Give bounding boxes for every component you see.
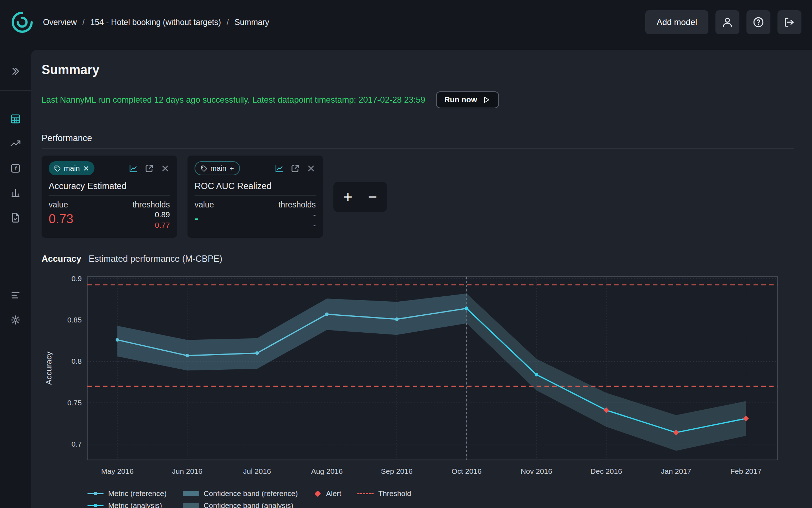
metric-card-body: value - thresholds - - (195, 200, 316, 231)
svg-text:Aug 2016: Aug 2016 (311, 467, 343, 475)
metric-card-body: value 0.73 thresholds 0.89 0.77 (49, 200, 170, 231)
lower-threshold: 0.77 (133, 220, 170, 231)
band-reference-swatch (183, 491, 199, 496)
logout-icon (783, 16, 795, 28)
svg-text:0.9: 0.9 (72, 274, 82, 283)
sidebar-expand-button[interactable] (6, 61, 25, 81)
add-model-button[interactable]: Add model (645, 10, 708, 34)
metric-card-roc-auc: main + ROC AUC (187, 156, 323, 238)
upper-threshold: 0.89 (133, 210, 170, 220)
list-icon (10, 290, 21, 301)
tag-chip-main[interactable]: main ✕ (49, 161, 94, 175)
svg-text:Jul 2016: Jul 2016 (243, 467, 271, 475)
thresholds-column: thresholds - - (278, 200, 316, 231)
svg-text:Oct 2016: Oct 2016 (451, 467, 481, 475)
logout-button[interactable] (777, 10, 801, 34)
sidebar-nav: f (6, 109, 25, 232)
svg-text:Feb 2017: Feb 2017 (730, 467, 762, 475)
remove-metric-button[interactable]: − (363, 185, 382, 209)
add-tag-icon[interactable]: + (230, 165, 234, 172)
card-header: main + (195, 161, 316, 175)
page-title: Summary (42, 62, 794, 77)
open-external-icon[interactable] (144, 164, 154, 173)
chart-preview-icon[interactable] (129, 164, 138, 173)
breadcrumb-model[interactable]: 154 - Hotel booking (without targets) (90, 18, 221, 27)
legend-label: Confidence band (reference) (204, 489, 298, 498)
file-check-icon (10, 212, 21, 223)
value-column: value - (195, 200, 214, 231)
metric-value: - (195, 212, 214, 225)
chart-legend: Metric (reference) Confidence band (refe… (87, 489, 794, 508)
run-now-button[interactable]: Run now (436, 91, 499, 108)
tag-chip-main[interactable]: main + (195, 161, 240, 175)
user-button[interactable] (715, 10, 739, 34)
metric-analysis-swatch (87, 505, 104, 506)
trending-up-icon (10, 138, 21, 149)
tag-icon (54, 165, 61, 172)
band-analysis-swatch (183, 503, 199, 508)
legend-item-alert[interactable]: Alert (314, 489, 341, 498)
sidebar-nav-lower (6, 285, 25, 335)
svg-text:Dec 2016: Dec 2016 (590, 467, 622, 475)
remove-tag-icon[interactable]: ✕ (83, 165, 90, 172)
svg-text:Accuracy: Accuracy (44, 351, 53, 385)
value-column: value 0.73 (49, 200, 73, 231)
chart-title: Accuracy Estimated performance (M-CBPE) (42, 254, 794, 264)
thresholds-column: thresholds 0.89 0.77 (133, 200, 170, 231)
help-button[interactable] (746, 10, 770, 34)
function-icon: f (10, 163, 21, 174)
top-bar: Overview / 154 - Hotel booking (without … (0, 0, 812, 44)
svg-text:0.7: 0.7 (72, 440, 82, 448)
sidebar-item-settings[interactable] (6, 310, 25, 330)
sidebar-item-summary[interactable] (6, 109, 25, 129)
legend-item-band-analysis[interactable]: Confidence band (analysis) (183, 501, 298, 508)
legend-item-metric-reference[interactable]: Metric (reference) (87, 489, 167, 498)
sidebar-item-model-list[interactable] (6, 285, 25, 305)
legend-label: Alert (326, 489, 341, 498)
tag-icon (201, 165, 207, 172)
sidebar-item-distribution[interactable] (6, 183, 25, 203)
svg-text:0.85: 0.85 (67, 316, 82, 324)
legend-label: Threshold (378, 489, 411, 498)
status-row: Last NannyML run completed 12 days ago s… (42, 91, 794, 108)
tag-label: main (210, 164, 227, 173)
main-panel: Summary Last NannyML run completed 12 da… (31, 50, 812, 508)
legend-item-band-reference[interactable]: Confidence band (reference) (183, 489, 298, 498)
thresholds-label: thresholds (278, 200, 316, 210)
header-actions: Add model (645, 10, 801, 34)
tag-label: main (64, 164, 80, 173)
metric-cards-row: main ✕ Accuracy (42, 156, 794, 238)
sidebar-item-data-quality[interactable] (6, 208, 25, 228)
legend-item-metric-analysis[interactable]: Metric (analysis) (87, 501, 167, 508)
nannyml-logo[interactable] (11, 11, 34, 34)
metric-card-title: Accuracy Estimated (49, 181, 170, 196)
value-label: value (195, 200, 214, 210)
run-now-label: Run now (444, 95, 477, 104)
svg-text:Jan 2017: Jan 2017 (661, 467, 691, 475)
performance-chart[interactable]: 0.70.750.80.850.9May 2016Jun 2016Jul 201… (42, 272, 794, 484)
chart-metric-description: Estimated performance (M-CBPE) (89, 254, 222, 264)
help-icon (752, 16, 764, 28)
metric-value: 0.73 (49, 212, 73, 226)
alert-diamond-icon (314, 490, 321, 497)
breadcrumb-separator: / (227, 18, 229, 27)
bar-chart-icon (10, 188, 21, 198)
sidebar-item-performance[interactable] (6, 134, 25, 153)
status-message: Last NannyML run completed 12 days ago s… (42, 95, 425, 105)
performance-section-title: Performance (42, 133, 794, 149)
sidebar: f (0, 44, 31, 508)
chevrons-right-icon (10, 66, 21, 77)
legend-label: Confidence band (analysis) (204, 501, 293, 508)
open-external-icon[interactable] (290, 164, 300, 173)
breadcrumb-overview[interactable]: Overview (43, 18, 77, 27)
sidebar-item-concept-shift[interactable]: f (6, 158, 25, 178)
table-grid-icon (10, 114, 21, 124)
legend-item-threshold[interactable]: Threshold (357, 489, 411, 498)
add-metric-button[interactable]: + (338, 185, 357, 209)
card-actions (129, 164, 170, 173)
gear-icon (10, 315, 21, 325)
close-icon[interactable] (306, 164, 316, 173)
close-icon[interactable] (160, 164, 170, 173)
chart-preview-icon[interactable] (275, 164, 284, 173)
sidebar-top (0, 61, 31, 91)
